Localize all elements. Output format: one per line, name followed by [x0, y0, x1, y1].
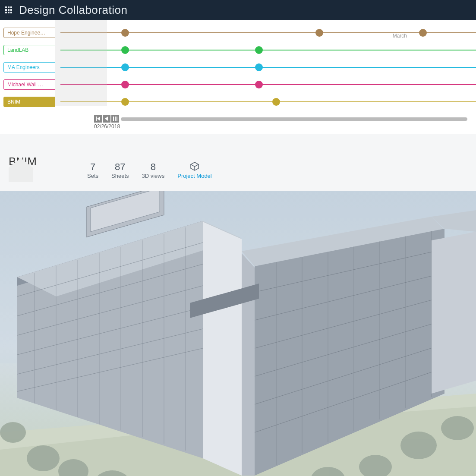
stat-item[interactable]: 87Sheets [111, 161, 129, 179]
svg-point-60 [0, 422, 26, 443]
project-model-button[interactable]: Project Model [177, 161, 211, 179]
cube-icon [190, 161, 199, 171]
timeline-track[interactable] [60, 50, 476, 50]
svg-marker-14 [203, 222, 242, 476]
scrub-bar[interactable] [121, 117, 467, 121]
scrub-handle[interactable] [111, 115, 119, 123]
team-label[interactable]: BNIM [3, 97, 55, 107]
stat-value: 87 [111, 161, 129, 173]
svg-point-50 [27, 445, 60, 471]
timeline-event-node[interactable] [121, 98, 129, 106]
timeline-panel: March Hope Enginee…LandLABMA EngineersMi… [0, 20, 476, 129]
timeline-event-node[interactable] [255, 63, 263, 71]
timeline-event-node[interactable] [121, 81, 129, 88]
timeline-track[interactable] [60, 101, 476, 102]
stat-value: 8 [142, 161, 165, 173]
stat-item[interactable]: 83D views [142, 161, 165, 179]
stat-label: Sets [87, 173, 98, 179]
svg-point-59 [441, 416, 474, 440]
stat-label: 3D views [142, 173, 165, 179]
timeline-track[interactable] [60, 84, 476, 85]
app-header: Design Collaboration [0, 0, 476, 20]
svg-rect-0 [96, 117, 97, 121]
timeline-track[interactable] [60, 67, 476, 68]
timeline-event-node[interactable] [121, 46, 129, 54]
timeline-event-node[interactable] [255, 81, 263, 88]
scrub-prev-button[interactable] [103, 115, 110, 123]
project-model-label: Project Model [177, 173, 211, 179]
team-label[interactable]: MA Engineers [3, 62, 55, 73]
timeline-event-node[interactable] [272, 98, 280, 106]
timeline-event-node[interactable] [419, 29, 427, 37]
detail-panel: BNIM 7Sets87Sheets83D views Project Mode… [0, 134, 476, 191]
timeline-event-node[interactable] [255, 46, 263, 54]
svg-rect-5 [117, 117, 117, 121]
team-label[interactable]: LandLAB [3, 45, 55, 55]
svg-marker-2 [105, 117, 108, 121]
scrub-date: 02/26/2018 [94, 123, 120, 129]
model-viewport[interactable] [0, 191, 476, 476]
timeline-selection[interactable] [55, 20, 107, 106]
timeline-scrubber: 02/26/2018 [94, 115, 476, 129]
team-label[interactable]: Michael Wall … [3, 79, 55, 90]
svg-rect-4 [115, 117, 116, 121]
app-title: Design Collaboration [19, 3, 127, 17]
team-label[interactable]: Hope Enginee… [3, 28, 55, 38]
building-render [0, 191, 476, 476]
timeline-event-node[interactable] [121, 63, 129, 71]
stat-value: 7 [87, 161, 98, 173]
svg-marker-1 [97, 117, 100, 121]
svg-rect-3 [113, 117, 114, 121]
timeline-event-node[interactable] [121, 29, 129, 37]
app-grid-icon[interactable] [4, 6, 13, 14]
svg-point-58 [400, 432, 437, 459]
scrub-first-button[interactable] [94, 115, 102, 123]
stat-label: Sheets [111, 173, 129, 179]
timeline-event-node[interactable] [315, 29, 323, 37]
svg-marker-6 [191, 162, 199, 167]
svg-marker-45 [432, 232, 476, 394]
timeline-track[interactable] [60, 32, 476, 33]
stat-item[interactable]: 7Sets [87, 161, 98, 179]
